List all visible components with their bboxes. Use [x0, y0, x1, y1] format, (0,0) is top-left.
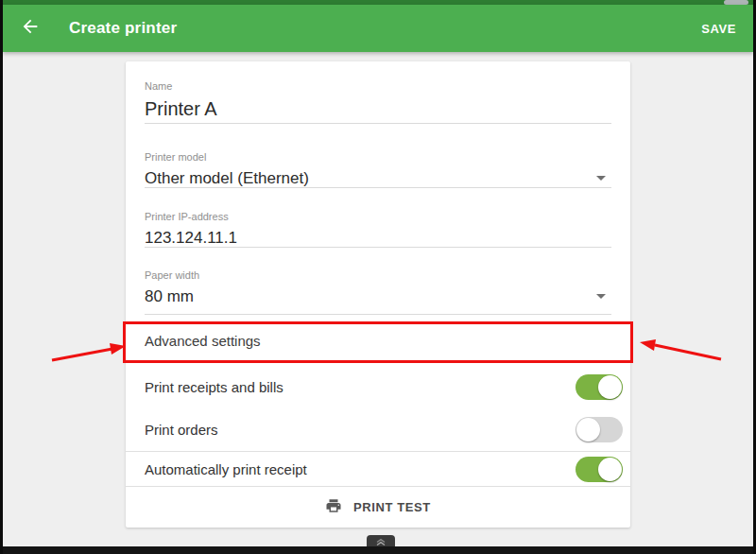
dropdown-caret-icon[interactable]	[596, 294, 606, 299]
advanced-settings-label: Advanced settings	[145, 333, 261, 349]
print-receipts-toggle[interactable]	[576, 374, 623, 400]
toggle-knob	[598, 458, 622, 481]
app-screen: Create printer SAVE Name Printer A Print…	[0, 0, 756, 554]
name-field-value[interactable]: Printer A	[145, 97, 217, 120]
printer-ip-field[interactable]: Printer IP-address 123.124.11.1	[145, 188, 611, 248]
print-receipts-row: Print receipts and bills	[126, 367, 630, 407]
name-field[interactable]: Name Printer A	[145, 61, 611, 124]
auto-print-receipt-row: Automatically print receipt	[126, 452, 630, 486]
toggle-knob	[576, 418, 600, 441]
print-orders-label: Print orders	[145, 422, 218, 438]
print-receipts-label: Print receipts and bills	[145, 379, 284, 395]
print-test-button[interactable]: PRINT TEST	[126, 487, 630, 528]
app-bar: Create printer SAVE	[3, 5, 753, 52]
printer-icon	[325, 497, 342, 518]
name-field-label: Name	[145, 80, 611, 93]
bottom-system-bar	[3, 546, 753, 554]
save-button[interactable]: SAVE	[699, 14, 738, 43]
back-button[interactable]	[18, 16, 43, 41]
page-title: Create printer	[69, 19, 177, 38]
paper-width-field[interactable]: Paper width 80 mm	[145, 248, 611, 315]
printer-ip-label: Printer IP-address	[145, 211, 611, 223]
printer-model-value[interactable]: Other model (Ethernet)	[145, 168, 309, 188]
paper-width-value[interactable]: 80 mm	[145, 286, 194, 306]
print-test-label: PRINT TEST	[353, 500, 431, 514]
paper-width-label: Paper width	[145, 269, 611, 282]
print-orders-toggle[interactable]	[576, 417, 623, 442]
print-orders-row: Print orders	[126, 407, 630, 451]
scroll-content: Name Printer A Printer model Other model…	[3, 52, 753, 546]
printer-model-label: Printer model	[145, 151, 611, 164]
printer-ip-value[interactable]: 123.124.11.1	[145, 228, 237, 248]
printer-model-field[interactable]: Printer model Other model (Ethernet)	[145, 124, 611, 188]
dropdown-caret-icon[interactable]	[596, 176, 606, 181]
auto-print-receipt-toggle[interactable]	[576, 457, 623, 482]
auto-print-receipt-label: Automatically print receipt	[145, 461, 307, 477]
create-printer-form-card: Name Printer A Printer model Other model…	[126, 61, 630, 528]
back-arrow-icon	[20, 16, 41, 41]
toggle-knob	[598, 375, 622, 399]
advanced-settings-row[interactable]: Advanced settings	[126, 315, 630, 367]
